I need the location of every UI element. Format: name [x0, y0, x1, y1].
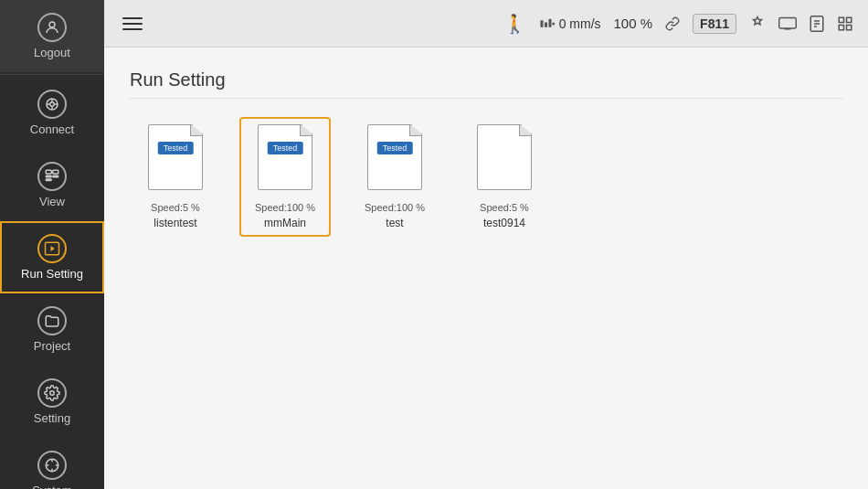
speed-value: 0 mm/s	[559, 16, 601, 31]
menu-button[interactable]	[119, 14, 146, 34]
position-icon: 🚶	[503, 13, 526, 35]
file-badge: Tested	[268, 142, 303, 154]
grid-icon[interactable]	[837, 16, 853, 32]
file-page: Tested	[367, 124, 422, 190]
main-area: 🚶 0 mm/s 100 % F811	[104, 0, 868, 489]
file-badge: Tested	[377, 142, 413, 154]
file-item[interactable]: TestedSpeed:100 %test	[349, 117, 440, 237]
sidebar-item-logout[interactable]: Logout	[0, 0, 104, 72]
file-item[interactable]: Speed:5 %test0914	[459, 117, 550, 237]
svg-rect-8	[46, 175, 51, 177]
svg-marker-13	[51, 246, 56, 251]
file-icon-wrap	[472, 124, 536, 197]
svg-point-26	[552, 22, 555, 25]
file-grid: TestedSpeed:5 %listentestTestedSpeed:100…	[130, 117, 842, 237]
file-page: Tested	[148, 124, 203, 190]
svg-point-0	[49, 22, 55, 27]
svg-rect-35	[847, 17, 852, 22]
file-info: Speed:5 %	[151, 201, 200, 215]
run-setting-icon	[37, 234, 67, 263]
connect-icon	[37, 90, 67, 119]
sidebar-item-connect[interactable]: Connect	[0, 77, 104, 149]
setting-icon	[37, 378, 67, 408]
svg-point-2	[50, 102, 55, 107]
file-name: mmMain	[264, 217, 306, 229]
svg-rect-36	[839, 25, 843, 29]
sidebar-item-run-setting[interactable]: Run Setting	[0, 221, 104, 293]
logout-icon	[37, 13, 67, 42]
svg-rect-9	[46, 179, 51, 181]
svg-rect-23	[540, 20, 543, 27]
page-title: Run Setting	[130, 69, 842, 99]
project-icon	[37, 306, 67, 335]
speed-display: 0 mm/s	[539, 16, 601, 31]
file-icon-wrap: Tested	[253, 124, 317, 197]
file-name: test	[386, 217, 403, 229]
file-info: Speed:100 %	[365, 201, 425, 215]
speed-icon	[539, 17, 556, 30]
svg-point-14	[50, 391, 55, 396]
svg-rect-11	[53, 175, 58, 177]
sidebar-item-label: System	[32, 484, 71, 489]
file-page: Tested	[258, 124, 312, 190]
file-page	[477, 124, 532, 190]
chain-icon	[665, 16, 680, 31]
sidebar-item-label: Setting	[34, 411, 70, 425]
sidebar-item-view[interactable]: View	[0, 149, 104, 221]
info-icon[interactable]	[810, 16, 824, 32]
sidebar: Logout Connect View Run Sett	[0, 0, 104, 489]
file-info: Speed:5 %	[480, 201, 529, 215]
percent-display: 100 %	[614, 16, 653, 31]
view-icon	[37, 162, 67, 191]
sidebar-item-label: View	[39, 195, 65, 208]
file-icon-wrap: Tested	[143, 124, 207, 197]
svg-rect-37	[847, 25, 852, 29]
svg-rect-27	[779, 17, 797, 27]
sidebar-item-setting[interactable]: Setting	[0, 366, 104, 438]
sidebar-item-project[interactable]: Project	[0, 293, 104, 366]
file-badge: Tested	[158, 142, 194, 154]
topbar-status: 🚶 0 mm/s 100 % F811	[503, 13, 853, 35]
svg-rect-34	[839, 17, 843, 22]
svg-rect-25	[548, 18, 551, 27]
sidebar-item-label: Run Setting	[21, 267, 83, 281]
system-icon	[37, 451, 67, 480]
file-icon-wrap: Tested	[363, 124, 427, 197]
f811-badge[interactable]: F811	[693, 14, 736, 34]
svg-rect-7	[46, 170, 51, 174]
sidebar-item-label: Project	[34, 339, 70, 353]
monitor-icon	[778, 16, 797, 31]
file-name: listentest	[153, 217, 196, 229]
svg-rect-10	[53, 170, 58, 174]
sidebar-item-label: Connect	[30, 122, 74, 136]
sidebar-item-system[interactable]: System	[0, 438, 104, 489]
sidebar-item-label: Logout	[34, 46, 70, 59]
file-info: Speed:100 %	[255, 201, 315, 215]
robot-icon	[749, 16, 766, 32]
file-name: test0914	[483, 217, 525, 229]
topbar: 🚶 0 mm/s 100 % F811	[104, 0, 868, 48]
content-area: Run Setting TestedSpeed:5 %listentestTes…	[104, 48, 868, 489]
file-item[interactable]: TestedSpeed:5 %listentest	[130, 117, 221, 237]
file-item[interactable]: TestedSpeed:100 %mmMain	[239, 117, 331, 237]
svg-rect-24	[545, 22, 547, 27]
